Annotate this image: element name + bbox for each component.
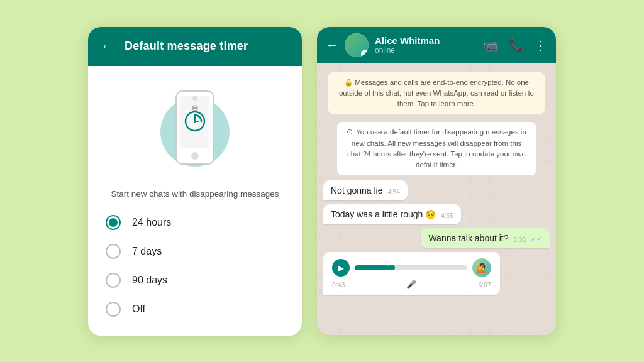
label-90d: 90 days: [132, 275, 167, 286]
audio-elapsed: 0:43: [332, 281, 345, 288]
svg-point-2: [192, 96, 197, 101]
audio-controls: ▶ 🙋: [332, 258, 491, 277]
encryption-text: 🔒 Messages and calls are end-to-end encr…: [339, 79, 534, 108]
mic-icon: 🎤: [406, 280, 416, 289]
left-body: Start new chats with disappearing messag…: [88, 66, 302, 336]
timer-notice[interactable]: ⏱ You use a default timer for disappeari…: [337, 122, 536, 175]
play-button[interactable]: ▶: [332, 259, 350, 277]
option-90d[interactable]: 90 days: [103, 269, 287, 292]
label-off: Off: [132, 304, 145, 315]
label-24h: 24 hours: [132, 217, 171, 228]
back-button[interactable]: ←: [101, 38, 114, 55]
message-3: Wanna talk about it? 5:05 ✓✓: [421, 228, 550, 248]
message-1: Not gonna lie 4:54: [323, 180, 408, 200]
phone-graphic: [173, 90, 217, 168]
chat-back-button[interactable]: ←: [326, 38, 338, 52]
audio-message: ▶ 🙋 0:43 🎤 5:07: [323, 252, 500, 295]
option-24h[interactable]: 24 hours: [103, 211, 287, 234]
message-2-time: 4:55: [441, 212, 453, 219]
message-1-text: Not gonna lie: [331, 185, 383, 195]
contact-info[interactable]: Alice Whitman online: [375, 35, 477, 55]
option-off[interactable]: Off: [103, 298, 287, 321]
audio-total: 5:07: [478, 281, 491, 288]
option-7d[interactable]: 7 days: [103, 240, 287, 263]
phone-illustration: [154, 79, 236, 179]
svg-point-3: [191, 152, 199, 160]
audio-waveform: [355, 265, 467, 270]
chat-action-icons: 📹 📞 ⋮: [483, 38, 547, 53]
message-3-ticks: ✓✓: [531, 235, 542, 243]
encryption-notice[interactable]: 🔒 Messages and calls are end-to-end encr…: [328, 72, 545, 115]
audio-footer: 0:43 🎤 5:07: [332, 280, 491, 289]
message-3-text: Wanna talk about it?: [428, 233, 508, 243]
timer-notice-text: ⏱ You use a default timer for disappeari…: [347, 128, 526, 168]
timer-options: 24 hours 7 days 90 days Off: [103, 211, 287, 321]
voice-call-icon[interactable]: 📞: [509, 38, 525, 53]
contact-avatar: ⏱: [345, 33, 369, 57]
left-header: ← Default message timer: [88, 27, 302, 66]
subtitle-text: Start new chats with disappearing messag…: [111, 189, 279, 199]
contact-name: Alice Whitman: [375, 35, 477, 46]
chat-header: ← ⏱ Alice Whitman online 📹 📞 ⋮: [317, 27, 556, 63]
message-3-time: 5:05: [514, 236, 526, 243]
message-1-time: 4:54: [388, 189, 400, 195]
chat-screen: ← ⏱ Alice Whitman online 📹 📞 ⋮ 🔒 Message…: [317, 27, 556, 335]
video-call-icon[interactable]: 📹: [483, 38, 499, 53]
label-7d: 7 days: [132, 246, 162, 257]
avatar-timer-icon: ⏱: [361, 50, 369, 57]
message-2-text: Today was a little rough 😔: [331, 209, 436, 219]
screen-title: Default message timer: [125, 40, 248, 53]
radio-off[interactable]: [106, 302, 121, 317]
contact-status: online: [375, 46, 477, 55]
radio-90d[interactable]: [106, 273, 121, 288]
audio-avatar: 🙋: [472, 258, 491, 277]
more-options-icon[interactable]: ⋮: [535, 38, 547, 53]
audio-seek-dot[interactable]: [387, 265, 395, 270]
default-timer-screen: ← Default message timer: [88, 27, 302, 336]
radio-24h[interactable]: [106, 215, 121, 230]
message-2: Today was a little rough 😔 4:55: [323, 204, 461, 224]
chat-body: 🔒 Messages and calls are end-to-end encr…: [317, 63, 556, 335]
radio-7d[interactable]: [106, 244, 121, 259]
audio-progress-bar: [355, 265, 389, 270]
